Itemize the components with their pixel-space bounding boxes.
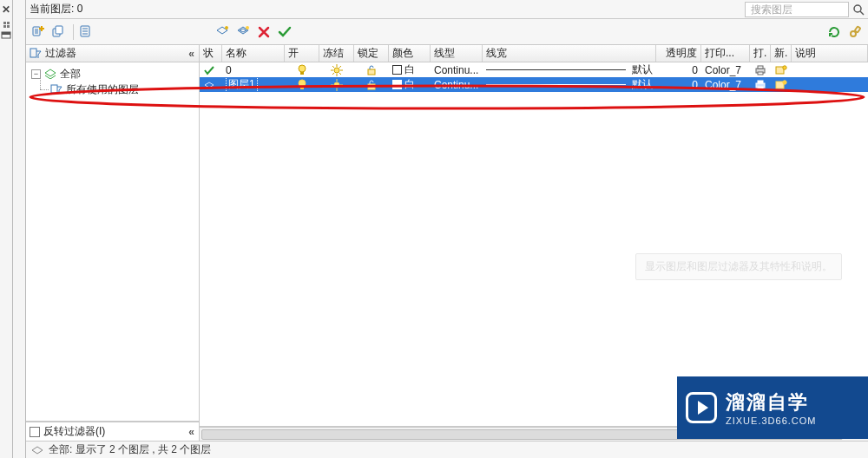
- watermark-url: ZIXUE.3D66.COM: [726, 415, 816, 426]
- cell-status: [200, 77, 222, 92]
- col-plot[interactable]: 打.: [750, 45, 771, 62]
- table-body[interactable]: 0 白 Contin: [200, 62, 868, 427]
- svg-rect-27: [758, 66, 763, 69]
- refresh-button[interactable]: [826, 24, 842, 40]
- dockbar-pin-icon[interactable]: [1, 31, 11, 42]
- col-freeze[interactable]: 冻结: [319, 45, 354, 62]
- svg-point-14: [299, 65, 306, 72]
- cell-newvp[interactable]: [771, 62, 792, 77]
- col-linetype[interactable]: 线型: [431, 45, 483, 62]
- tree-item-used[interactable]: 所有使用的图层: [31, 82, 194, 97]
- svg-point-30: [783, 65, 786, 69]
- new-group-filter-button[interactable]: [52, 24, 68, 40]
- cell-transparency[interactable]: 0: [656, 62, 701, 77]
- svg-rect-38: [368, 84, 375, 89]
- new-layer-button[interactable]: [214, 24, 230, 40]
- cell-name[interactable]: 图层1: [222, 77, 285, 92]
- cell-lineweight[interactable]: 默认: [483, 62, 656, 77]
- unlock-icon: [365, 79, 378, 91]
- delete-layer-button[interactable]: [256, 24, 272, 40]
- svg-point-31: [299, 80, 306, 87]
- color-swatch: [392, 65, 402, 75]
- search-input-wrapper[interactable]: [745, 2, 849, 17]
- cell-color[interactable]: 白: [389, 77, 431, 92]
- cell-linetype[interactable]: Continu...: [431, 77, 483, 92]
- svg-rect-1: [2, 32, 10, 35]
- cell-freeze[interactable]: [319, 62, 354, 77]
- svg-point-10: [851, 31, 856, 36]
- settings-button[interactable]: [847, 24, 863, 40]
- svg-point-43: [783, 80, 786, 83]
- filter-icon: [30, 48, 42, 60]
- col-plotstyle[interactable]: 打印...: [701, 45, 750, 62]
- layer-states-button[interactable]: [79, 24, 95, 40]
- cell-color[interactable]: 白: [389, 62, 431, 77]
- cell-lock[interactable]: [354, 62, 389, 77]
- svg-rect-12: [30, 49, 36, 57]
- layer-properties-manager: ✕ 图层特性管理器 当前图层: 0: [0, 0, 868, 458]
- collapse-footer-icon[interactable]: «: [188, 426, 195, 438]
- col-name[interactable]: 名称: [222, 45, 285, 62]
- new-property-filter-button[interactable]: [31, 24, 47, 40]
- check-icon: [203, 64, 215, 76]
- cell-plot[interactable]: [750, 62, 771, 77]
- filter-panel: 过滤器 « − 全部 所有使用的图层 反转过滤器(I): [26, 45, 200, 441]
- close-icon[interactable]: ✕: [2, 3, 10, 16]
- tree-item-label: 所有使用的图层: [66, 82, 139, 97]
- col-lineweight[interactable]: 线宽: [483, 45, 656, 62]
- invert-filter-label: 反转过滤器(I): [43, 424, 105, 439]
- unlock-icon: [365, 64, 378, 76]
- col-description[interactable]: 说明: [792, 45, 868, 62]
- cell-linetype[interactable]: Continu...: [431, 62, 483, 77]
- color-name: 白: [404, 77, 415, 92]
- new-layer-frozen-button[interactable]: [235, 24, 251, 40]
- filter-tree: − 全部 所有使用的图层: [26, 62, 199, 422]
- table-row[interactable]: 图层1 白: [200, 77, 868, 92]
- cell-lock[interactable]: [354, 77, 389, 92]
- cell-on[interactable]: [285, 77, 319, 92]
- tree-item-all[interactable]: − 全部: [31, 66, 194, 82]
- collapse-filter-icon[interactable]: «: [188, 48, 195, 60]
- svg-rect-40: [758, 81, 763, 83]
- col-transparency[interactable]: 透明度: [656, 45, 701, 62]
- svg-rect-32: [300, 87, 304, 89]
- cell-transparency[interactable]: 0: [656, 77, 701, 92]
- svg-rect-41: [758, 87, 763, 89]
- color-name: 白: [404, 62, 415, 77]
- cell-description[interactable]: [792, 77, 868, 92]
- invert-filter-checkbox[interactable]: [30, 427, 40, 437]
- grip-icon[interactable]: [3, 21, 10, 28]
- cell-plotstyle[interactable]: Color_7: [701, 77, 750, 92]
- play-icon: [686, 392, 717, 423]
- filter-used-icon: [50, 84, 62, 95]
- search-icon[interactable]: [852, 3, 865, 16]
- printer-icon: [754, 65, 766, 75]
- lightbulb-on-icon: [297, 79, 307, 91]
- set-current-button[interactable]: [277, 24, 293, 40]
- col-status[interactable]: 状: [200, 45, 222, 62]
- filter-all-icon: [44, 69, 56, 79]
- table-row[interactable]: 0 白 Contin: [200, 62, 868, 77]
- cell-newvp[interactable]: [771, 77, 792, 92]
- cell-plotstyle[interactable]: Color_7: [701, 62, 750, 77]
- filter-panel-header: 过滤器 «: [26, 45, 199, 62]
- svg-line-22: [339, 73, 341, 75]
- cell-plot[interactable]: [750, 77, 771, 92]
- layer-name-editing[interactable]: 图层1: [226, 77, 258, 92]
- col-lock[interactable]: 锁定: [354, 45, 389, 62]
- search-input[interactable]: [749, 3, 845, 16]
- cell-lineweight[interactable]: 默认: [483, 77, 656, 92]
- tree-item-label: 全部: [60, 67, 81, 82]
- cell-name[interactable]: 0: [222, 62, 285, 77]
- col-newvp[interactable]: 新.: [771, 45, 792, 62]
- status-text: 全部: 显示了 2 个图层 , 共 2 个图层: [49, 442, 211, 457]
- col-color[interactable]: 颜色: [389, 45, 431, 62]
- watermark: 溜溜自学 ZIXUE.3D66.COM: [677, 376, 868, 439]
- cell-on[interactable]: [285, 62, 319, 77]
- filter-panel-title: 过滤器: [45, 46, 76, 61]
- cell-freeze[interactable]: [319, 77, 354, 92]
- new-vp-freeze-icon: [775, 65, 787, 75]
- cell-description[interactable]: [792, 62, 868, 77]
- col-on[interactable]: 开: [285, 45, 319, 62]
- current-layer-label: 当前图层: 0: [30, 2, 82, 16]
